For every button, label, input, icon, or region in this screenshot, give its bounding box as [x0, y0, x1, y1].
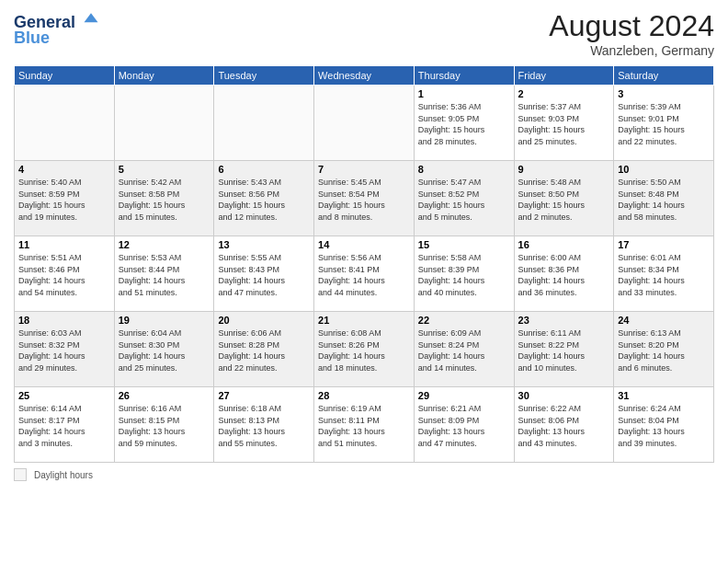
day-info: Sunrise: 5:42 AM Sunset: 8:58 PM Dayligh…	[119, 177, 210, 223]
day-info: Sunrise: 6:09 AM Sunset: 8:24 PM Dayligh…	[418, 327, 510, 373]
day-info: Sunrise: 6:16 AM Sunset: 8:15 PM Dayligh…	[119, 403, 210, 449]
day-number: 6	[218, 164, 310, 175]
day-number: 16	[518, 239, 610, 250]
day-info: Sunrise: 5:43 AM Sunset: 8:56 PM Dayligh…	[218, 177, 310, 223]
day-info: Sunrise: 6:06 AM Sunset: 8:28 PM Dayligh…	[218, 327, 310, 373]
calendar-cell-5-2: 26Sunrise: 6:16 AM Sunset: 8:15 PM Dayli…	[114, 387, 214, 463]
day-info: Sunrise: 6:22 AM Sunset: 8:06 PM Dayligh…	[518, 403, 610, 449]
calendar-cell-5-6: 30Sunrise: 6:22 AM Sunset: 8:06 PM Dayli…	[514, 387, 614, 463]
day-number: 25	[18, 390, 110, 401]
day-info: Sunrise: 6:11 AM Sunset: 8:22 PM Dayligh…	[518, 327, 610, 373]
daylight-label: Daylight hours	[34, 470, 93, 480]
logo: General Blue	[14, 9, 100, 48]
day-number: 22	[418, 315, 510, 326]
day-info: Sunrise: 6:18 AM Sunset: 8:13 PM Dayligh…	[218, 403, 310, 449]
calendar-cell-4-3: 20Sunrise: 6:06 AM Sunset: 8:28 PM Dayli…	[214, 312, 314, 387]
calendar-cell-2-6: 9Sunrise: 5:48 AM Sunset: 8:50 PM Daylig…	[514, 161, 614, 236]
calendar-cell-2-4: 7Sunrise: 5:45 AM Sunset: 8:54 PM Daylig…	[314, 161, 415, 236]
calendar-cell-4-1: 18Sunrise: 6:03 AM Sunset: 8:32 PM Dayli…	[15, 312, 115, 387]
day-info: Sunrise: 5:39 AM Sunset: 9:01 PM Dayligh…	[618, 101, 710, 147]
calendar-cell-3-3: 13Sunrise: 5:55 AM Sunset: 8:43 PM Dayli…	[214, 236, 314, 312]
logo-icon	[82, 9, 100, 28]
day-info: Sunrise: 5:37 AM Sunset: 9:03 PM Dayligh…	[518, 101, 610, 147]
calendar-cell-3-4: 14Sunrise: 5:56 AM Sunset: 8:41 PM Dayli…	[314, 236, 415, 312]
col-monday: Monday	[114, 66, 214, 86]
calendar-cell-2-1: 4Sunrise: 5:40 AM Sunset: 8:59 PM Daylig…	[15, 161, 115, 236]
footer: Daylight hours	[14, 468, 714, 481]
day-info: Sunrise: 5:58 AM Sunset: 8:39 PM Dayligh…	[418, 252, 510, 298]
col-friday: Friday	[514, 66, 614, 86]
calendar-cell-4-7: 24Sunrise: 6:13 AM Sunset: 8:20 PM Dayli…	[614, 312, 714, 387]
day-info: Sunrise: 6:03 AM Sunset: 8:32 PM Dayligh…	[18, 327, 110, 373]
calendar-cell-5-5: 29Sunrise: 6:21 AM Sunset: 8:09 PM Dayli…	[414, 387, 514, 463]
calendar-cell-5-3: 27Sunrise: 6:18 AM Sunset: 8:13 PM Dayli…	[214, 387, 314, 463]
day-number: 11	[18, 239, 110, 250]
day-info: Sunrise: 6:04 AM Sunset: 8:30 PM Dayligh…	[119, 327, 210, 373]
header: General Blue August 2024 Wanzleben, Germ…	[14, 9, 714, 58]
day-number: 18	[18, 315, 110, 326]
calendar-cell-1-3	[214, 86, 314, 161]
calendar-cell-1-6: 2Sunrise: 5:37 AM Sunset: 9:03 PM Daylig…	[514, 86, 614, 161]
day-info: Sunrise: 6:24 AM Sunset: 8:04 PM Dayligh…	[618, 403, 710, 449]
calendar-cell-3-7: 17Sunrise: 6:01 AM Sunset: 8:34 PM Dayli…	[614, 236, 714, 312]
day-info: Sunrise: 6:19 AM Sunset: 8:11 PM Dayligh…	[318, 403, 410, 449]
col-wednesday: Wednesday	[314, 66, 415, 86]
calendar-cell-1-4	[314, 86, 415, 161]
calendar-cell-2-2: 5Sunrise: 5:42 AM Sunset: 8:58 PM Daylig…	[114, 161, 214, 236]
calendar-cell-3-6: 16Sunrise: 6:00 AM Sunset: 8:36 PM Dayli…	[514, 236, 614, 312]
day-number: 8	[418, 164, 510, 175]
calendar-cell-4-5: 22Sunrise: 6:09 AM Sunset: 8:24 PM Dayli…	[414, 312, 514, 387]
calendar-cell-1-1	[15, 86, 115, 161]
day-info: Sunrise: 6:01 AM Sunset: 8:34 PM Dayligh…	[618, 252, 710, 298]
day-number: 20	[218, 315, 310, 326]
day-number: 12	[119, 239, 210, 250]
title-block: August 2024 Wanzleben, Germany	[549, 9, 714, 58]
day-number: 2	[518, 88, 610, 99]
calendar-cell-5-4: 28Sunrise: 6:19 AM Sunset: 8:11 PM Dayli…	[314, 387, 415, 463]
month-year: August 2024	[549, 9, 714, 43]
calendar-table: Sunday Monday Tuesday Wednesday Thursday…	[14, 65, 714, 463]
day-info: Sunrise: 5:36 AM Sunset: 9:05 PM Dayligh…	[418, 101, 510, 147]
calendar-cell-2-3: 6Sunrise: 5:43 AM Sunset: 8:56 PM Daylig…	[214, 161, 314, 236]
day-number: 31	[618, 390, 710, 401]
location: Wanzleben, Germany	[549, 43, 714, 58]
day-info: Sunrise: 6:08 AM Sunset: 8:26 PM Dayligh…	[318, 327, 410, 373]
day-info: Sunrise: 6:14 AM Sunset: 8:17 PM Dayligh…	[18, 403, 110, 449]
day-number: 30	[518, 390, 610, 401]
week-row-1: 1Sunrise: 5:36 AM Sunset: 9:05 PM Daylig…	[15, 86, 714, 161]
day-number: 7	[318, 164, 410, 175]
calendar-body: 1Sunrise: 5:36 AM Sunset: 9:05 PM Daylig…	[15, 86, 714, 463]
calendar-cell-2-5: 8Sunrise: 5:47 AM Sunset: 8:52 PM Daylig…	[414, 161, 514, 236]
day-info: Sunrise: 5:56 AM Sunset: 8:41 PM Dayligh…	[318, 252, 410, 298]
col-sunday: Sunday	[15, 66, 115, 86]
calendar-cell-4-4: 21Sunrise: 6:08 AM Sunset: 8:26 PM Dayli…	[314, 312, 415, 387]
calendar-cell-1-5: 1Sunrise: 5:36 AM Sunset: 9:05 PM Daylig…	[414, 86, 514, 161]
day-info: Sunrise: 5:47 AM Sunset: 8:52 PM Dayligh…	[418, 177, 510, 223]
day-info: Sunrise: 6:00 AM Sunset: 8:36 PM Dayligh…	[518, 252, 610, 298]
day-info: Sunrise: 5:50 AM Sunset: 8:48 PM Dayligh…	[618, 177, 710, 223]
calendar-cell-5-7: 31Sunrise: 6:24 AM Sunset: 8:04 PM Dayli…	[614, 387, 714, 463]
col-thursday: Thursday	[414, 66, 514, 86]
calendar-cell-3-2: 12Sunrise: 5:53 AM Sunset: 8:44 PM Dayli…	[114, 236, 214, 312]
day-number: 27	[218, 390, 310, 401]
week-row-4: 18Sunrise: 6:03 AM Sunset: 8:32 PM Dayli…	[15, 312, 714, 387]
day-number: 4	[18, 164, 110, 175]
day-number: 3	[618, 88, 710, 99]
week-row-3: 11Sunrise: 5:51 AM Sunset: 8:46 PM Dayli…	[15, 236, 714, 312]
calendar-cell-2-7: 10Sunrise: 5:50 AM Sunset: 8:48 PM Dayli…	[614, 161, 714, 236]
col-tuesday: Tuesday	[214, 66, 314, 86]
day-info: Sunrise: 5:55 AM Sunset: 8:43 PM Dayligh…	[218, 252, 310, 298]
day-number: 14	[318, 239, 410, 250]
daylight-box	[14, 468, 27, 481]
day-info: Sunrise: 5:40 AM Sunset: 8:59 PM Dayligh…	[18, 177, 110, 223]
day-info: Sunrise: 5:51 AM Sunset: 8:46 PM Dayligh…	[18, 252, 110, 298]
col-saturday: Saturday	[614, 66, 714, 86]
week-row-5: 25Sunrise: 6:14 AM Sunset: 8:17 PM Dayli…	[15, 387, 714, 463]
day-info: Sunrise: 5:48 AM Sunset: 8:50 PM Dayligh…	[518, 177, 610, 223]
day-number: 26	[119, 390, 210, 401]
calendar-cell-3-5: 15Sunrise: 5:58 AM Sunset: 8:39 PM Dayli…	[414, 236, 514, 312]
day-number: 29	[418, 390, 510, 401]
day-number: 15	[418, 239, 510, 250]
day-number: 1	[418, 88, 510, 99]
calendar-cell-3-1: 11Sunrise: 5:51 AM Sunset: 8:46 PM Dayli…	[15, 236, 115, 312]
